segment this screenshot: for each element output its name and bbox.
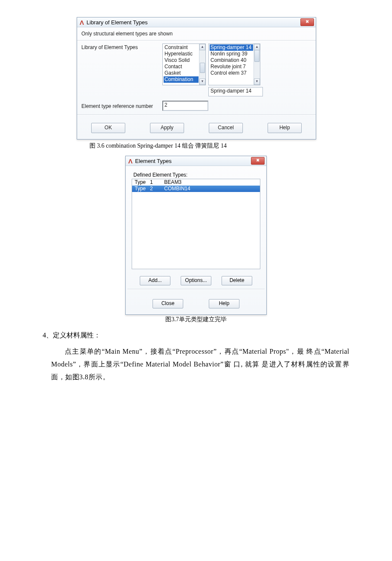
scroll-down-icon[interactable]: ▼ <box>199 78 205 85</box>
scroll-up-icon[interactable]: ▲ <box>254 44 260 50</box>
list-item[interactable]: Type 1 BEAM3 <box>132 179 260 186</box>
list-item[interactable]: Control elem 37 <box>210 70 253 76</box>
element-types-dialog: Λ Element Types ✖ Defined Element Types:… <box>125 156 267 315</box>
info-text: Only structural element types are shown <box>81 31 311 37</box>
cancel-button[interactable]: Cancel <box>209 123 243 133</box>
close-icon[interactable]: ✖ <box>300 18 314 26</box>
dialog2-titlebar: Λ Element Types ✖ <box>126 156 266 166</box>
divider <box>77 114 316 115</box>
list-item[interactable]: Contact <box>164 64 199 70</box>
list-item[interactable]: Nonlin spring 39 <box>210 51 253 57</box>
help-button[interactable]: Help <box>209 299 239 308</box>
close-button[interactable]: Close <box>153 299 183 308</box>
list-item[interactable]: Hyperelastic <box>164 51 199 57</box>
reference-number-input[interactable]: 2 <box>162 101 208 111</box>
options-button[interactable]: Options... <box>181 276 211 285</box>
library-element-types-dialog: Λ Library of Element Types ✖ Only struct… <box>77 17 316 140</box>
list-item-selected[interactable]: Spring-damper 14 <box>210 44 253 51</box>
defined-types-label: Defined Element Types: <box>133 172 260 178</box>
reference-number-label: Element type reference number <box>81 102 162 109</box>
selection-readout: Spring-damper 14 <box>208 87 263 96</box>
divider <box>77 40 316 41</box>
element-listbox[interactable]: Spring-damper 14 Nonlin spring 39 Combin… <box>208 44 260 85</box>
app-logo-icon: Λ <box>80 19 84 26</box>
scrollbar[interactable]: ▲ ▼ <box>254 44 260 85</box>
delete-button[interactable]: Delete <box>222 276 252 285</box>
add-button[interactable]: Add... <box>140 276 170 285</box>
ok-button[interactable]: OK <box>91 123 125 133</box>
section-heading: 4、定义材料属性： <box>43 331 366 340</box>
list-item[interactable]: Visco Solid <box>164 57 199 64</box>
apply-button[interactable]: Apply <box>150 123 184 133</box>
scroll-up-icon[interactable]: ▲ <box>199 44 205 50</box>
body-paragraph: 点主菜单的“Main Menu”，接着点“Preprocessor”，再点“Ma… <box>51 345 349 384</box>
list-item[interactable]: Combination 40 <box>210 57 253 64</box>
list-item[interactable]: Revolute joint 7 <box>210 64 253 70</box>
figure-caption-3-7: 图3.7单元类型建立完毕 <box>26 316 366 323</box>
dialog1-titlebar: Λ Library of Element Types ✖ <box>77 17 316 27</box>
close-icon[interactable]: ✖ <box>251 157 265 165</box>
scroll-thumb[interactable] <box>200 63 205 73</box>
app-logo-icon: Λ <box>128 157 133 165</box>
library-label: Library of Element Types <box>81 44 162 50</box>
scrollbar[interactable]: ▲ ▼ <box>199 44 205 85</box>
list-item[interactable]: Constraint <box>164 44 199 51</box>
category-listbox[interactable]: Constraint Hyperelastic Visco Solid Cont… <box>162 44 206 85</box>
list-item[interactable]: Gasket <box>164 70 199 76</box>
divider <box>127 289 265 290</box>
defined-types-listbox[interactable]: Type 1 BEAM3 Type 2 COMBIN14 <box>132 179 260 269</box>
dialog2-title: Element Types <box>135 158 172 164</box>
scroll-down-icon[interactable]: ▼ <box>254 78 260 85</box>
figure-caption-3-6: 图 3.6 combination Spring-damper 14 组合 弹簧… <box>89 142 366 150</box>
help-button[interactable]: Help <box>268 123 302 133</box>
scroll-thumb[interactable] <box>254 50 259 62</box>
list-item-selected[interactable]: Type 2 COMBIN14 <box>132 186 260 192</box>
list-item-selected[interactable]: Combination <box>164 76 199 83</box>
dialog1-title: Library of Element Types <box>86 19 148 26</box>
